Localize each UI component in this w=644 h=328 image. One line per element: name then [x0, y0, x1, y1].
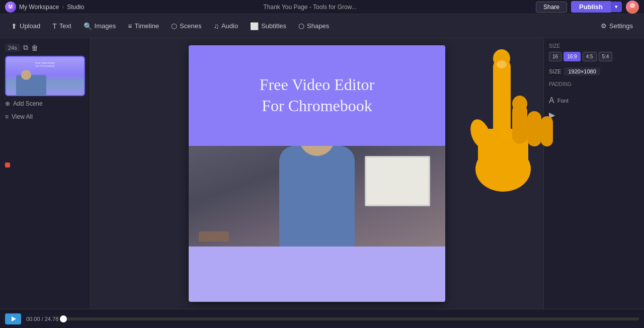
scene-copy-icon[interactable]: ⧉ — [23, 43, 28, 52]
svg-point-12 — [497, 60, 507, 68]
video-canvas[interactable]: Free Video Editor For Chromebook — [189, 45, 445, 302]
canvas-title: Free Video Editor For Chromebook — [260, 74, 375, 116]
shapes-icon: ⬡ — [298, 22, 304, 30]
time-current: 00.00 — [26, 316, 40, 322]
desk-item — [199, 231, 229, 241]
avatar[interactable] — [626, 1, 639, 14]
svg-point-10 — [467, 117, 494, 151]
main-layout: 24s ⧉ 🗑 Free Video EditorFor Chromebook … — [0, 38, 644, 309]
publish-btn-group: Publish ▾ — [571, 1, 622, 13]
toolbar: ⬆ Upload T Text 🔍 Images ≡ Timeline ⬡ Sc… — [0, 14, 644, 38]
svg-point-7 — [512, 96, 527, 112]
ar-5-4-button[interactable]: 5:4 — [599, 52, 613, 61]
add-scene-button[interactable]: ⊕ Add Scene — [5, 96, 85, 111]
scenes-icon: ⬡ — [171, 22, 177, 30]
images-icon: 🔍 — [84, 22, 92, 30]
shapes-label: Shapes — [307, 22, 329, 30]
play-button-bottom[interactable] — [5, 313, 21, 324]
padding-label: PADDING — [549, 81, 639, 87]
view-all-icon: ≡ — [5, 113, 9, 120]
person-body — [279, 146, 355, 247]
person-silhouette — [267, 146, 367, 247]
whiteboard — [365, 156, 430, 206]
subtitles-button[interactable]: ⬜ Subtitles — [245, 20, 291, 33]
aspect-ratio-row: 16 16:9 4:5 5:4 — [549, 52, 639, 61]
add-scene-label: Add Scene — [13, 100, 43, 107]
text-button[interactable]: T Text — [47, 20, 76, 33]
svg-point-2 — [475, 146, 531, 192]
canvas-area: Free Video Editor For Chromebook — [91, 38, 543, 309]
font-label: Font — [557, 98, 569, 104]
scene-thumb-inner: Free Video EditorFor Chromebook — [6, 57, 84, 95]
size-value: 1920×1080 — [564, 67, 600, 75]
canvas-video-person — [189, 146, 445, 247]
studio-label: Studio — [67, 4, 84, 11]
subtitles-label: Subtitles — [261, 22, 286, 30]
timeline-icon: ≡ — [128, 22, 132, 30]
view-all-label: View All — [12, 113, 33, 120]
red-indicator — [5, 162, 10, 168]
images-label: Images — [95, 22, 116, 30]
play-row: ▶ — [549, 108, 639, 122]
top-bar-right: Share Publish ▾ — [536, 1, 639, 14]
timeline-label: Timeline — [134, 22, 159, 30]
size-text-label: SIZE — [549, 68, 561, 74]
svg-point-5 — [493, 49, 510, 67]
timeline-track[interactable] — [63, 317, 639, 320]
svg-point-1 — [628, 9, 637, 14]
images-button[interactable]: 🔍 Images — [78, 20, 121, 33]
hand-cursor-overlay — [448, 33, 558, 194]
subtitles-icon: ⬜ — [250, 22, 259, 30]
timeline-bar: 00.00 / 24.78 — [0, 309, 644, 328]
upload-button[interactable]: ⬆ Upload — [6, 20, 45, 33]
canvas-video — [189, 146, 445, 247]
ar-16-9-button[interactable]: 16:9 — [564, 52, 580, 61]
size-section: SIZE 1920×1080 — [549, 67, 639, 75]
timeline-button[interactable]: ≡ Timeline — [123, 20, 164, 33]
breadcrumb-separator: › — [62, 4, 64, 11]
publish-button[interactable]: Publish — [571, 1, 611, 13]
page-title: Thank You Page - Tools for Grow... — [87, 4, 533, 11]
add-scene-icon: ⊕ — [5, 100, 10, 107]
audio-button[interactable]: ♫ Audio — [208, 20, 243, 33]
canvas-title-line1: Free Video Editor — [260, 75, 375, 94]
workspace-logo: M — [5, 2, 16, 13]
timeline-thumb[interactable] — [60, 315, 67, 322]
workspace-link[interactable]: My Workspace — [19, 4, 59, 11]
play-icon[interactable]: ▶ — [549, 110, 555, 120]
scene-thumbnail[interactable]: Free Video EditorFor Chromebook — [5, 56, 85, 96]
svg-point-11 — [495, 52, 509, 64]
audio-label: Audio — [221, 22, 238, 30]
publish-dropdown-button[interactable]: ▾ — [611, 2, 622, 12]
svg-rect-4 — [493, 58, 511, 139]
upload-label: Upload — [20, 22, 40, 30]
scenes-label: Scenes — [180, 22, 201, 30]
scene-duration: 24s — [5, 44, 20, 52]
canvas-bottom — [189, 247, 445, 302]
gear-icon: ⚙ — [601, 22, 607, 30]
canvas-title-line2: For Chromebook — [262, 97, 372, 115]
svg-point-0 — [630, 3, 635, 8]
scene-delete-icon[interactable]: 🗑 — [31, 44, 38, 52]
font-row[interactable]: A Font — [549, 93, 639, 108]
shapes-button[interactable]: ⬡ Shapes — [293, 20, 334, 33]
font-icon: A — [549, 96, 554, 105]
size-row: SIZE 1920×1080 — [549, 67, 639, 75]
share-button[interactable]: Share — [536, 2, 567, 13]
view-all-button[interactable]: ≡ View All — [5, 111, 85, 122]
size-label: SIZE — [549, 43, 639, 49]
time-total: 24.78 — [45, 316, 59, 322]
scenes-button[interactable]: ⬡ Scenes — [166, 20, 206, 33]
ar-16-button[interactable]: 16 — [549, 52, 561, 61]
time-display: 00.00 / 24.78 — [26, 316, 58, 322]
ar-4-5-button[interactable]: 4:5 — [583, 52, 597, 61]
right-panel: SIZE 16 16:9 4:5 5:4 SIZE 1920×1080 PADD… — [543, 38, 644, 309]
top-bar: M My Workspace › Studio Thank You Page -… — [0, 0, 644, 14]
settings-button[interactable]: ⚙ Settings — [596, 20, 638, 32]
text-label: Text — [59, 22, 71, 30]
text-icon: T — [52, 22, 57, 30]
sidebar: 24s ⧉ 🗑 Free Video EditorFor Chromebook … — [0, 38, 91, 309]
scene-controls: 24s ⧉ 🗑 — [5, 43, 85, 52]
upload-icon: ⬆ — [11, 22, 17, 30]
svg-rect-3 — [478, 129, 528, 179]
